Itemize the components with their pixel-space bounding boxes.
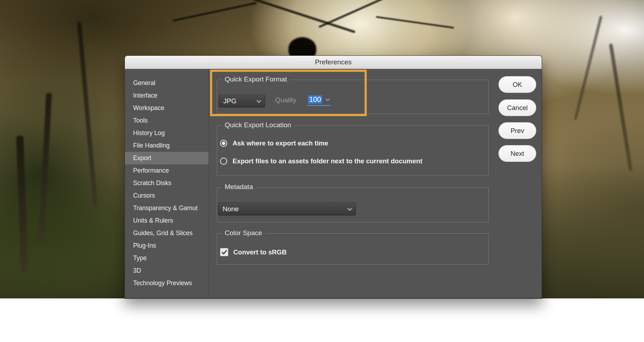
checkmark-icon — [221, 250, 227, 255]
white-margin — [0, 298, 644, 342]
preferences-dialog: Preferences General Interface Workspace … — [125, 55, 542, 299]
sidebar-item-technology-previews[interactable]: Technology Previews — [125, 277, 209, 289]
checkbox-checked-icon[interactable] — [220, 248, 228, 256]
quality-label: Quality — [275, 96, 296, 104]
sidebar-item-cursors[interactable]: Cursors — [125, 189, 209, 202]
sidebar-item-history-log[interactable]: History Log — [125, 127, 209, 139]
chevron-down-icon — [347, 206, 352, 211]
sidebar-item-export[interactable]: Export — [125, 152, 209, 164]
quick-export-location-group: Quick Export Location Ask where to expor… — [217, 125, 489, 175]
dialog-title: Preferences — [315, 58, 351, 66]
tree-branch — [376, 16, 454, 29]
screenshot-canvas: Preferences General Interface Workspace … — [0, 0, 644, 342]
prev-button[interactable]: Prev — [498, 122, 536, 139]
tree-trunk — [609, 43, 633, 171]
tree-trunk — [38, 93, 52, 243]
chevron-down-icon[interactable] — [326, 97, 330, 101]
quick-export-format-group: Quick Export Format JPG Quality 100 — [217, 80, 489, 114]
dialog-titlebar[interactable]: Preferences — [125, 56, 542, 69]
tree-trunk — [77, 21, 97, 207]
quality-value[interactable]: 100 — [308, 95, 322, 104]
metadata-group: Metadata None — [217, 187, 489, 222]
sidebar-item-plug-ins[interactable]: Plug-Ins — [125, 239, 209, 252]
sidebar-item-transparency-gamut[interactable]: Transparency & Gamut — [125, 202, 209, 214]
format-dropdown-value: JPG — [223, 97, 236, 105]
quality-combo[interactable]: 100 — [307, 95, 331, 106]
sidebar-item-performance[interactable]: Performance — [125, 164, 209, 177]
ok-button[interactable]: OK — [498, 76, 536, 93]
quick-export-format-label: Quick Export Format — [221, 75, 290, 83]
sidebar-item-units-rulers[interactable]: Units & Rulers — [125, 214, 209, 227]
sidebar-item-guides-grid-slices[interactable]: Guides, Grid & Slices — [125, 227, 209, 239]
quick-export-location-label: Quick Export Location — [221, 121, 294, 129]
convert-to-srgb-checkbox-row[interactable]: Convert to sRGB — [220, 248, 287, 256]
sidebar-item-tools[interactable]: Tools — [125, 114, 209, 127]
tree-trunk — [16, 136, 28, 272]
format-dropdown[interactable]: JPG — [219, 95, 265, 108]
radio-unselected-icon[interactable] — [220, 158, 227, 165]
color-space-label: Color Space — [221, 229, 265, 237]
metadata-label: Metadata — [221, 183, 256, 191]
sidebar-item-3d[interactable]: 3D — [125, 264, 209, 277]
tree-trunk — [574, 15, 602, 120]
radio-ask-where-to-export[interactable]: Ask where to export each time — [220, 139, 328, 147]
radio-label: Export files to an assets folder next to… — [233, 157, 422, 165]
sidebar-item-workspace[interactable]: Workspace — [125, 102, 209, 114]
preferences-sidebar: General Interface Workspace Tools Histor… — [125, 69, 209, 298]
metadata-dropdown-value: None — [223, 205, 239, 213]
sidebar-item-type[interactable]: Type — [125, 252, 209, 264]
metadata-dropdown[interactable]: None — [218, 203, 356, 215]
checkbox-label: Convert to sRGB — [233, 248, 287, 256]
sidebar-item-general[interactable]: General — [125, 77, 209, 89]
chevron-down-icon — [257, 98, 261, 103]
sidebar-item-interface[interactable]: Interface — [125, 89, 209, 102]
cancel-button[interactable]: Cancel — [498, 99, 536, 116]
radio-selected-icon[interactable] — [220, 140, 227, 147]
sidebar-item-scratch-disks[interactable]: Scratch Disks — [125, 177, 209, 189]
next-button[interactable]: Next — [498, 145, 536, 162]
radio-label: Ask where to export each time — [233, 139, 328, 147]
radio-export-to-assets-folder[interactable]: Export files to an assets folder next to… — [220, 157, 422, 165]
tree-branch — [172, 2, 257, 22]
sidebar-item-file-handling[interactable]: File Handling — [125, 139, 209, 152]
color-space-group: Color Space Convert to sRGB — [217, 233, 489, 265]
